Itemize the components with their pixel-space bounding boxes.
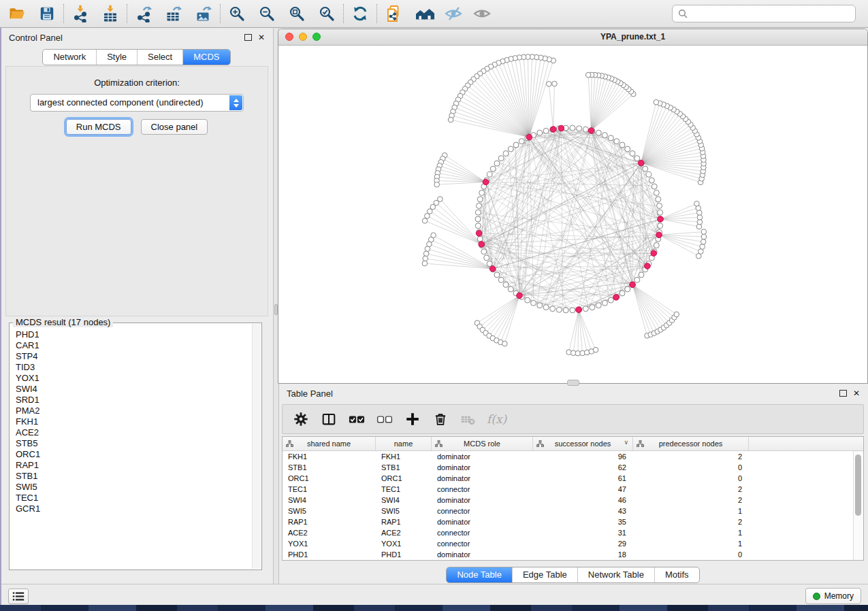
hide-selected-icon[interactable]	[442, 3, 465, 24]
table-row[interactable]: SWI4SWI4dominator462	[283, 495, 863, 506]
close-panel-icon[interactable]: ✕	[258, 34, 265, 41]
first-neighbors-icon[interactable]	[413, 3, 436, 24]
table-row[interactable]: TEC1TEC1connector472	[283, 484, 863, 495]
tab-style[interactable]: Style	[96, 50, 137, 65]
column-header-MCDS-role[interactable]: MCDS role	[432, 437, 533, 450]
mcds-result-item[interactable]: SRD1	[16, 395, 252, 406]
memory-status-icon	[813, 593, 820, 600]
tab-mcds[interactable]: MCDS	[182, 50, 229, 65]
tab-network[interactable]: Network	[43, 50, 96, 65]
network-graph[interactable]	[278, 46, 866, 383]
sort-order-icon[interactable]: ∨	[624, 439, 628, 446]
column-header-successor-nodes[interactable]: successor nodes∨	[533, 437, 633, 450]
zoom-out-icon[interactable]	[255, 3, 278, 24]
table-row[interactable]: FKH1FKH1dominator962	[283, 451, 863, 462]
zoom-fit-icon[interactable]	[285, 3, 308, 24]
table-row[interactable]: RAP1RAP1dominator352	[283, 516, 863, 527]
table-cell: STB1	[376, 463, 432, 472]
mcds-result-item[interactable]: SWI5	[16, 482, 252, 493]
mcds-result-item[interactable]: STB5	[16, 438, 252, 449]
select-all-checkboxes-icon[interactable]	[347, 410, 366, 429]
mcds-result-item[interactable]: ACE2	[16, 427, 252, 438]
table-cell: 2	[633, 452, 749, 461]
table-row[interactable]: ACE2ACE2connector311	[283, 527, 863, 538]
mcds-result-item[interactable]: FKH1	[16, 416, 252, 427]
search-input[interactable]	[688, 9, 855, 18]
memory-button[interactable]: Memory	[805, 588, 861, 604]
main-toolbar	[0, 0, 868, 28]
export-table-icon[interactable]	[162, 3, 185, 24]
clone-network-icon[interactable]	[382, 3, 405, 24]
mcds-result-item[interactable]: TID3	[16, 362, 252, 373]
table-tab-edge-table[interactable]: Edge Table	[512, 567, 577, 582]
column-header-shared-name[interactable]: shared name	[283, 437, 376, 450]
export-network-icon[interactable]	[132, 3, 155, 24]
mcds-result-item[interactable]: YOX1	[16, 373, 252, 384]
table-row[interactable]: STB1STB1dominator620	[283, 462, 863, 473]
zoom-in-icon[interactable]	[225, 3, 248, 24]
mcds-result-item[interactable]: GCR1	[16, 503, 252, 514]
control-panel-tabs: NetworkStyleSelectMCDS	[42, 49, 230, 65]
mcds-result-item[interactable]: CAR1	[16, 340, 252, 351]
table-cell: SWI4	[376, 496, 432, 504]
mcds-result-item[interactable]: STP4	[16, 351, 252, 362]
column-header-name[interactable]: name	[376, 437, 432, 450]
table-row[interactable]: ORC1ORC1dominator610	[283, 473, 863, 484]
mcds-result-list: PHD1CAR1STP4TID3YOX1SWI4SRD1PMA2FKH1ACE2…	[10, 324, 252, 569]
tab-select[interactable]: Select	[137, 50, 182, 65]
close-panel-button[interactable]: Close panel	[141, 119, 208, 135]
show-all-icon[interactable]	[470, 3, 494, 24]
table-row[interactable]: SWI5SWI5connector431	[283, 506, 863, 516]
import-network-icon[interactable]	[69, 3, 92, 24]
table-cell: 47	[533, 485, 633, 493]
add-row-icon[interactable]	[403, 410, 422, 429]
table-cell: 2	[633, 518, 749, 526]
open-file-icon[interactable]	[5, 3, 29, 24]
float-panel-icon[interactable]	[244, 34, 252, 41]
task-history-button[interactable]	[8, 589, 29, 604]
show-columns-icon[interactable]	[319, 410, 338, 429]
table-options-gear-icon[interactable]	[291, 410, 310, 429]
apply-layout-refresh-icon[interactable]	[349, 3, 372, 24]
mcds-result-item[interactable]: SWI4	[16, 384, 252, 395]
run-mcds-button[interactable]: Run MCDS	[66, 119, 131, 135]
table-row[interactable]: YOX1YOX1connector291	[283, 538, 863, 549]
function-builder-icon[interactable]: f(x)	[487, 410, 507, 429]
close-panel-icon[interactable]: ✕	[853, 390, 860, 397]
save-session-icon[interactable]	[35, 3, 59, 24]
horizontal-splitter-grip[interactable]	[567, 380, 579, 386]
table-cell: connector	[432, 507, 533, 515]
network-window-titlebar[interactable]: YPA_prune.txt_1	[278, 29, 867, 46]
scrollbar-thumb[interactable]	[855, 455, 861, 516]
table-tab-motifs[interactable]: Motifs	[654, 567, 699, 582]
mcds-result-item[interactable]: STB1	[16, 471, 252, 482]
mcds-result-item[interactable]: PHD1	[16, 329, 252, 340]
zoom-window-button[interactable]	[312, 33, 321, 41]
export-image-icon[interactable]	[192, 3, 215, 24]
criterion-selected-value: largest connected component (undirected)	[31, 95, 243, 111]
table-tab-node-table[interactable]: Node Table	[447, 567, 512, 582]
deselect-all-checkboxes-icon[interactable]	[375, 410, 394, 429]
float-panel-icon[interactable]	[839, 390, 847, 397]
delete-row-trash-icon[interactable]	[431, 410, 450, 429]
toolbar-separator	[127, 4, 127, 23]
mcds-list-scrollbar[interactable]	[252, 324, 261, 569]
table-tab-network-table[interactable]: Network Table	[577, 567, 654, 582]
mcds-result-item[interactable]: TEC1	[16, 493, 252, 503]
table-cell: 1	[633, 507, 749, 515]
close-window-button[interactable]	[285, 33, 293, 41]
column-header-predecessor-nodes[interactable]: predecessor nodes	[633, 437, 749, 450]
import-table-icon[interactable]	[99, 3, 122, 24]
table-cell: dominator	[432, 518, 533, 526]
zoom-selected-icon[interactable]	[315, 3, 338, 24]
minimize-window-button[interactable]	[299, 33, 307, 41]
table-row[interactable]: PHD1PHD1dominator180	[283, 549, 863, 560]
mcds-result-item[interactable]: ORC1	[16, 449, 252, 460]
control-panel-header: Control Panel ✕	[0, 28, 273, 47]
mcds-result-item[interactable]: RAP1	[16, 460, 252, 471]
optimization-criterion-select[interactable]: largest connected component (undirected)	[30, 94, 244, 112]
delete-table-icon[interactable]	[459, 410, 478, 429]
table-vertical-scrollbar[interactable]	[853, 451, 863, 560]
search-field[interactable]	[672, 5, 856, 22]
mcds-result-item[interactable]: PMA2	[16, 406, 252, 416]
